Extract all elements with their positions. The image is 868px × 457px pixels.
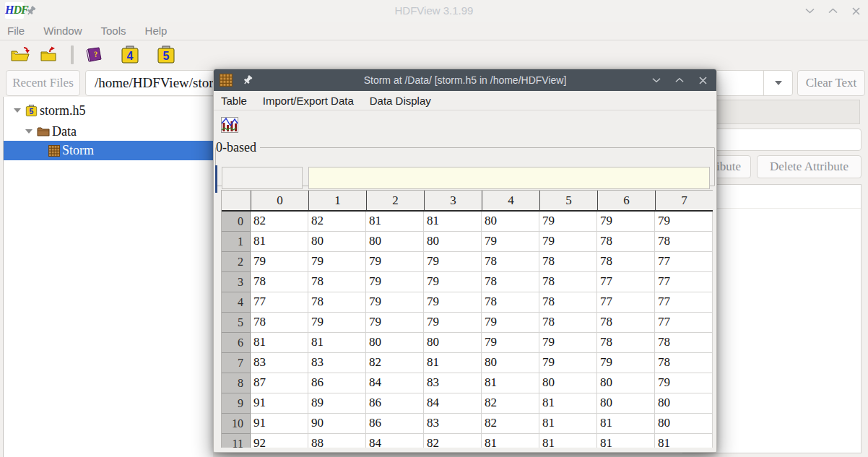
table-cell[interactable]: 81 [482, 434, 539, 448]
table-cell[interactable]: 78 [597, 313, 655, 333]
table-cell[interactable]: 81 [539, 393, 597, 414]
menu-import-export-data[interactable]: Import/Export Data [263, 95, 354, 107]
row-header[interactable]: 0 [222, 212, 251, 232]
table-cell[interactable]: 79 [308, 252, 366, 272]
table-cell[interactable]: 82 [366, 353, 424, 373]
table-cell[interactable]: 81 [597, 434, 655, 448]
table-cell[interactable]: 78 [655, 353, 713, 373]
table-cell[interactable]: 78 [597, 252, 655, 272]
table-cell[interactable]: 78 [597, 232, 655, 252]
table-cell[interactable]: 79 [655, 373, 713, 393]
hdf5-library-icon[interactable]: 5 [153, 43, 179, 66]
table-cell[interactable]: 80 [655, 414, 713, 434]
column-header[interactable]: 7 [655, 191, 713, 210]
table-cell[interactable]: 86 [366, 393, 424, 414]
close-icon[interactable] [695, 72, 711, 88]
help-book-icon[interactable]: ? [81, 43, 108, 66]
delete-attribute-button[interactable]: Delete Attribute [757, 155, 862, 178]
table-cell[interactable]: 77 [655, 313, 713, 333]
row-header[interactable]: 6 [222, 333, 251, 353]
table-cell[interactable]: 79 [308, 313, 366, 333]
row-header[interactable]: 2 [222, 252, 251, 272]
table-cell[interactable]: 79 [366, 272, 424, 292]
table-cell[interactable]: 86 [308, 373, 366, 393]
table-cell[interactable]: 77 [251, 292, 308, 313]
table-cell[interactable]: 79 [539, 212, 597, 232]
table-cell[interactable]: 79 [366, 292, 424, 313]
table-cell[interactable]: 78 [482, 252, 539, 272]
chevron-down-icon[interactable] [14, 108, 21, 113]
menu-data-display[interactable]: Data Display [370, 95, 431, 107]
column-header[interactable]: 5 [539, 191, 597, 210]
table-cell[interactable]: 80 [482, 353, 539, 373]
chevron-down-icon[interactable] [25, 129, 32, 134]
table-cell[interactable]: 78 [597, 333, 655, 353]
menu-table[interactable]: Table [221, 95, 247, 107]
table-cell[interactable]: 90 [308, 414, 366, 434]
tree-item-storm-dataset[interactable]: Storm [4, 141, 214, 160]
table-cell[interactable]: 84 [366, 434, 424, 448]
maximize-icon[interactable] [672, 72, 687, 88]
table-cell[interactable]: 83 [424, 414, 482, 434]
table-cell[interactable]: 77 [597, 292, 655, 313]
table-cell[interactable]: 82 [308, 212, 366, 232]
dataset-window-titlebar[interactable]: Storm at /Data/ [storm.h5 in /home/HDFVi… [214, 69, 716, 91]
table-cell[interactable]: 79 [482, 232, 539, 252]
table-cell[interactable]: 81 [424, 353, 482, 373]
table-cell[interactable]: 80 [655, 393, 713, 414]
minimize-icon[interactable] [802, 3, 817, 19]
tree-item-data-group[interactable]: Data [4, 121, 214, 142]
table-cell[interactable]: 80 [597, 373, 655, 393]
table-cell[interactable]: 78 [539, 292, 597, 313]
hdf4-library-icon[interactable]: 4 [117, 43, 143, 66]
table-cell[interactable]: 79 [424, 252, 482, 272]
table-cell[interactable]: 79 [655, 212, 713, 232]
table-cell[interactable]: 82 [482, 393, 539, 414]
table-cell[interactable]: 78 [251, 313, 308, 333]
table-cell[interactable]: 79 [597, 212, 655, 232]
table-cell[interactable]: 79 [539, 232, 597, 252]
row-header[interactable]: 8 [222, 373, 251, 393]
row-header[interactable]: 7 [222, 353, 251, 373]
maximize-icon[interactable] [825, 3, 841, 19]
table-cell[interactable]: 86 [366, 414, 424, 434]
row-header[interactable]: 5 [222, 313, 251, 333]
table-cell[interactable]: 81 [655, 434, 713, 448]
column-header[interactable]: 0 [251, 191, 308, 210]
table-cell[interactable]: 87 [251, 373, 308, 393]
tree-item-storm-h5[interactable]: 5 storm.h5 [4, 100, 214, 121]
row-header[interactable]: 10 [222, 414, 251, 434]
table-cell[interactable]: 81 [539, 414, 597, 434]
open-file-icon[interactable] [6, 43, 35, 66]
table-cell[interactable]: 77 [655, 292, 713, 313]
table-cell[interactable]: 79 [424, 272, 482, 292]
table-cell[interactable]: 78 [251, 272, 308, 292]
table-cell[interactable]: 84 [424, 393, 482, 414]
table-cell[interactable]: 88 [308, 434, 366, 448]
table-cell[interactable]: 81 [539, 434, 597, 448]
table-cell[interactable]: 78 [539, 313, 597, 333]
row-header[interactable]: 3 [222, 272, 251, 292]
table-cell[interactable]: 79 [366, 313, 424, 333]
table-cell[interactable]: 81 [366, 212, 424, 232]
table-cell[interactable]: 83 [308, 353, 366, 373]
table-cell[interactable]: 92 [251, 434, 308, 448]
table-cell[interactable]: 82 [424, 434, 482, 448]
table-cell[interactable]: 81 [424, 212, 482, 232]
column-header[interactable]: 3 [424, 191, 482, 210]
column-header[interactable]: 6 [597, 191, 655, 210]
table-cell[interactable]: 83 [424, 373, 482, 393]
table-cell[interactable]: 79 [597, 353, 655, 373]
table-cell[interactable]: 80 [308, 232, 366, 252]
table-cell[interactable]: 82 [251, 212, 308, 232]
table-cell[interactable]: 81 [597, 414, 655, 434]
table-cell[interactable]: 80 [539, 373, 597, 393]
table-cell[interactable]: 84 [366, 373, 424, 393]
table-cell[interactable]: 89 [308, 393, 366, 414]
table-cell[interactable]: 91 [251, 414, 308, 434]
table-cell[interactable]: 78 [539, 252, 597, 272]
cell-reference-field[interactable] [222, 167, 303, 189]
pin-icon[interactable] [26, 6, 36, 19]
row-header[interactable]: 4 [222, 292, 251, 313]
minimize-icon[interactable] [648, 72, 664, 88]
